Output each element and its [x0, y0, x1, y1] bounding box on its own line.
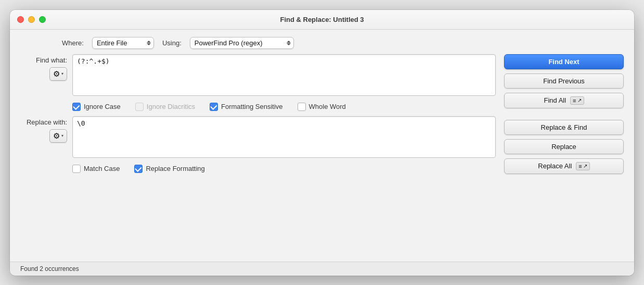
ignore-case-checkbox-group[interactable]: Ignore Case: [72, 103, 121, 111]
where-select-wrapper: Entire File Selection Top to Bottom Bott…: [92, 37, 154, 49]
status-text: Found 2 occurrences: [20, 265, 79, 272]
replace-all-button[interactable]: Replace All ≡ ↗: [504, 158, 624, 174]
list-icon: ≡: [573, 97, 576, 104]
replace-formatting-checkbox[interactable]: [134, 165, 143, 173]
right-buttons: Find Next Find Previous Find All ≡ ↗ Rep…: [504, 54, 624, 174]
replace-label: Replace with:: [27, 118, 67, 126]
find-gear-icon: ⚙: [53, 69, 60, 79]
status-bar: Found 2 occurrences: [10, 262, 634, 276]
whole-word-checkbox-group[interactable]: Whole Word: [298, 103, 346, 111]
find-gear-arrow-icon: ▾: [61, 71, 63, 76]
titlebar-buttons: [17, 16, 46, 23]
formatting-sensitive-checkbox[interactable]: [210, 103, 218, 111]
replace-textarea-wrapper: [72, 116, 496, 159]
replace-field-row: Replace with: ⚙ ▾: [20, 116, 496, 159]
using-label: Using:: [162, 39, 182, 47]
find-gear-button[interactable]: ⚙ ▾: [49, 67, 67, 81]
find-label-area: Find what: ⚙ ▾: [20, 54, 67, 81]
find-field-row: Find what: ⚙ ▾: [20, 54, 496, 97]
close-button[interactable]: [17, 16, 24, 23]
ignore-diacritics-label: Ignore Diacritics: [147, 103, 195, 110]
replace-gear-button[interactable]: ⚙ ▾: [49, 129, 67, 143]
window-title: Find & Replace: Untitled 3: [280, 16, 364, 23]
minimize-button[interactable]: [28, 16, 35, 23]
find-all-label: Find All: [544, 96, 566, 104]
find-options-row: Ignore Case Ignore Diacritics Formatting…: [20, 103, 496, 111]
replace-formatting-checkbox-group[interactable]: Replace Formatting: [134, 165, 204, 173]
ignore-diacritics-checkbox-group: Ignore Diacritics: [135, 103, 195, 111]
where-select[interactable]: Entire File Selection Top to Bottom Bott…: [92, 37, 154, 49]
replace-all-icon-box: ≡ ↗: [576, 162, 589, 170]
find-previous-button[interactable]: Find Previous: [504, 73, 624, 89]
main-area: Find what: ⚙ ▾ Ignore Case: [20, 54, 624, 174]
find-all-button[interactable]: Find All ≡ ↗: [504, 93, 624, 108]
find-label: Find what:: [36, 56, 67, 64]
whole-word-label: Whole Word: [309, 103, 346, 110]
whole-word-checkbox[interactable]: [298, 103, 306, 111]
replace-and-find-button[interactable]: Replace & Find: [504, 120, 624, 135]
replace-gear-icon: ⚙: [53, 131, 60, 141]
formatting-sensitive-checkbox-group[interactable]: Formatting Sensitive: [210, 103, 283, 111]
ignore-case-checkbox[interactable]: [72, 103, 81, 111]
replace-gear-arrow-icon: ▾: [61, 133, 63, 138]
ignore-case-label: Ignore Case: [84, 103, 121, 110]
top-row: Where: Entire File Selection Top to Bott…: [20, 37, 624, 49]
find-next-button[interactable]: Find Next: [504, 54, 624, 69]
replace-list-icon: ≡: [578, 163, 582, 169]
maximize-button[interactable]: [39, 16, 46, 23]
using-select-wrapper: PowerFind Pro (regex) Regular Expression…: [190, 37, 294, 49]
window-content: Where: Entire File Selection Top to Bott…: [10, 30, 634, 262]
replace-textarea[interactable]: [72, 116, 496, 158]
find-all-icon-box: ≡ ↗: [570, 96, 584, 105]
match-case-checkbox-group[interactable]: Match Case: [72, 165, 120, 173]
replace-arrow-icon: ↗: [583, 163, 587, 169]
find-replace-window: Find & Replace: Untitled 3 Where: Entire…: [10, 10, 634, 276]
replace-formatting-label: Replace Formatting: [146, 165, 204, 172]
ignore-diacritics-checkbox: [135, 103, 144, 111]
using-select[interactable]: PowerFind Pro (regex) Regular Expression…: [190, 37, 294, 49]
formatting-sensitive-label: Formatting Sensitive: [221, 103, 283, 110]
replace-button[interactable]: Replace: [504, 139, 624, 154]
replace-options-row: Match Case Replace Formatting: [20, 165, 496, 173]
replace-all-label: Replace All: [538, 162, 572, 170]
left-section: Find what: ⚙ ▾ Ignore Case: [20, 54, 496, 173]
find-textarea[interactable]: [72, 54, 496, 96]
titlebar: Find & Replace: Untitled 3: [10, 10, 634, 30]
find-textarea-wrapper: [72, 54, 496, 97]
replace-label-area: Replace with: ⚙ ▾: [20, 116, 67, 143]
match-case-label: Match Case: [84, 165, 120, 172]
external-arrow-icon: ↗: [577, 97, 582, 103]
where-label: Where:: [62, 39, 84, 47]
match-case-checkbox[interactable]: [72, 165, 81, 173]
